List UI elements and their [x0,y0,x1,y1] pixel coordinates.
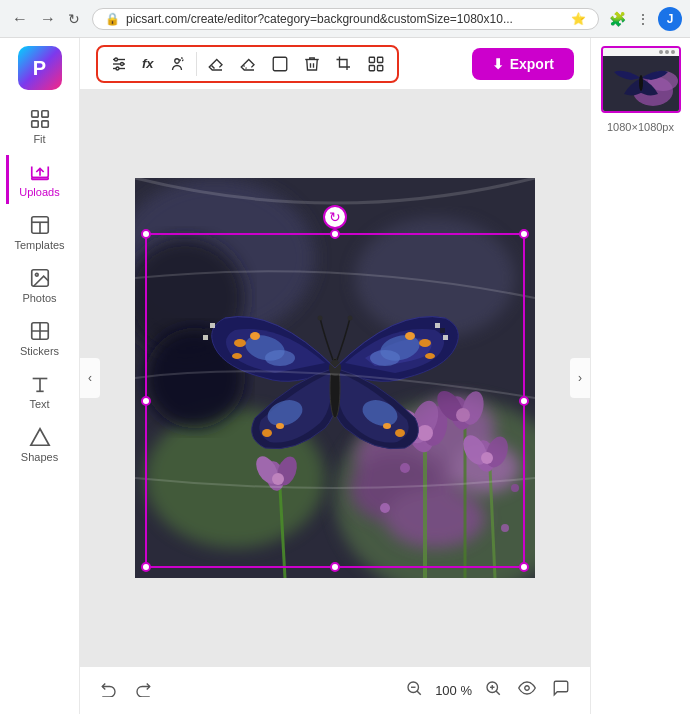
refresh-button[interactable]: ↻ [64,9,84,29]
back-button[interactable]: ← [8,8,32,30]
thumb-dot [659,50,663,54]
extensions-button[interactable]: 🧩 [607,9,628,29]
shapes-icon [29,426,51,448]
svg-point-99 [525,686,530,691]
address-bar[interactable]: 🔒 picsart.com/create/editor?category=bac… [92,8,599,30]
undo-button[interactable] [96,675,122,706]
svg-rect-3 [41,121,47,127]
trash-icon [303,55,321,73]
svg-point-91 [272,473,284,485]
svg-rect-83 [443,335,448,340]
cutout-button[interactable] [162,51,192,77]
fx-button[interactable]: fx [136,52,160,75]
uploads-label: Uploads [19,186,59,198]
svg-point-73 [232,353,242,359]
thumbnail-image [603,56,681,111]
svg-rect-25 [369,57,374,62]
url-text: picsart.com/create/editor?category=backg… [126,12,565,26]
picsart-logo[interactable]: P [18,46,62,90]
preview-button[interactable] [514,675,540,706]
templates-label: Templates [14,239,64,251]
fit-icon [29,108,51,130]
sidebar-item-shapes[interactable]: Shapes [6,420,74,469]
sidebar-item-fit[interactable]: Fit [6,102,74,151]
svg-point-9 [35,273,38,276]
frame-icon [271,55,289,73]
thumb-dot-2 [665,50,669,54]
redo-button[interactable] [130,675,156,706]
delete-button[interactable] [297,51,327,77]
zoom-in-button[interactable] [480,675,506,706]
svg-point-47 [417,425,433,441]
svg-line-94 [417,691,421,695]
svg-point-68 [383,423,391,429]
sidebar-item-uploads[interactable]: Uploads [6,155,74,204]
zoom-out-icon [405,679,423,697]
more-icon [367,55,385,73]
user-avatar[interactable]: J [658,7,682,31]
canvas-area[interactable]: ‹ [80,90,590,666]
svg-rect-26 [377,57,382,62]
canvas-container[interactable]: ↻ [135,178,535,578]
browser-icons: 🧩 ⋮ J [607,7,682,31]
svg-point-64 [405,332,415,340]
adjustments-button[interactable] [104,51,134,77]
stickers-label: Stickers [20,345,59,357]
export-button[interactable]: ⬇ Export [472,48,574,80]
fit-label: Fit [33,133,45,145]
svg-rect-1 [41,111,47,117]
svg-point-75 [262,429,272,437]
adjustments-icon [110,55,128,73]
comment-button[interactable] [548,675,574,706]
eye-icon [518,679,536,697]
thumbnail-card-1[interactable] [601,46,681,113]
svg-marker-14 [30,429,48,446]
svg-rect-2 [31,121,37,127]
toolbar-divider-1 [196,52,197,76]
svg-rect-28 [377,65,382,70]
fx-icon: fx [142,56,154,71]
bg-eraser-button[interactable] [233,51,263,77]
svg-point-70 [265,350,295,366]
svg-rect-27 [369,65,374,70]
sidebar-item-stickers[interactable]: Stickers [6,314,74,363]
export-label: Export [510,56,554,72]
sidebar-item-photos[interactable]: Photos [6,261,74,310]
redo-icon [134,679,152,697]
canvas-image [135,178,535,578]
more-options-button[interactable] [361,51,391,77]
size-label: 1080×1080px [605,119,676,135]
svg-point-18 [115,58,118,61]
svg-rect-86 [203,335,208,340]
undo-icon [100,679,118,697]
templates-icon [29,214,51,236]
more-button[interactable]: ⋮ [634,9,652,29]
sidebar-item-templates[interactable]: Templates [6,208,74,257]
stickers-icon [29,320,51,342]
top-toolbar: fx [80,38,590,90]
svg-point-62 [370,350,400,366]
forward-button[interactable]: → [36,8,60,30]
svg-rect-84 [210,323,215,328]
right-expand-arrow[interactable]: › [570,358,590,398]
eraser-button[interactable] [201,51,231,77]
left-sidebar: P Fit Uploads Templates [0,38,80,714]
svg-point-76 [276,423,284,429]
zoom-group: 100 % [401,675,506,706]
svg-point-65 [425,353,435,359]
svg-point-71 [234,339,246,347]
frame-button[interactable] [265,51,295,77]
sidebar-item-text[interactable]: Text [6,367,74,416]
cutout-icon [168,55,186,73]
svg-point-19 [121,62,124,65]
svg-rect-85 [205,328,210,333]
svg-point-67 [395,429,405,437]
svg-point-56 [481,452,493,464]
uploads-icon [29,161,51,183]
zoom-out-button[interactable] [401,675,427,706]
photos-icon [29,267,51,289]
nav-buttons: ← → ↻ [8,8,84,30]
svg-point-80 [318,316,323,321]
left-expand-arrow[interactable]: ‹ [80,358,100,398]
crop-button[interactable] [329,51,359,77]
